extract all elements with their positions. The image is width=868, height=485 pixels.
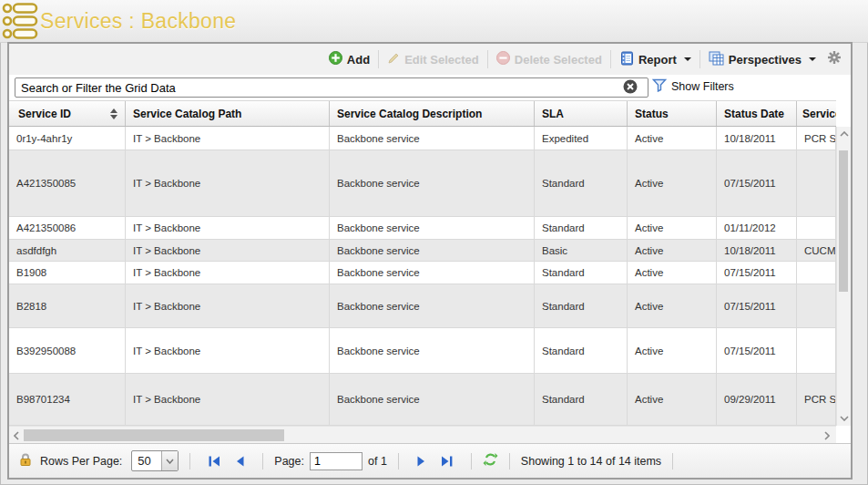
table-cell [797,262,836,284]
table-row[interactable]: 0r1y-4ahr1yIT > BackboneBackbone service… [9,127,836,150]
table-cell: PCR Sw [797,374,836,425]
table-cell: 10/18/2011 [717,240,797,261]
table-row[interactable]: A421350086IT > BackboneBackbone serviceS… [9,217,836,240]
rows-per-page-select[interactable]: 50 [131,450,179,471]
table-cell: Backbone service [330,328,535,373]
horizontal-scroll-thumb[interactable] [24,429,284,441]
column-header-status-date[interactable]: Status Date [717,101,797,126]
table-row[interactable]: B98701234IT > BackboneBackbone serviceSt… [9,374,836,426]
table-cell: IT > Backbone [126,328,330,373]
table-cell: B392950088 [9,328,126,373]
table-cell: Backbone service [330,284,535,327]
scroll-left-icon[interactable] [9,427,24,444]
report-notebook-icon [619,51,634,68]
search-row: Show Filters [9,75,851,100]
table-cell [797,217,836,239]
column-header-catalog-description[interactable]: Service Catalog Description [330,101,535,126]
table-row[interactable]: B1908IT > BackboneBackbone serviceStanda… [9,262,836,284]
toolbar-separator [700,50,700,68]
search-input[interactable] [15,77,648,98]
app-window: Services : Backbone Add [0,0,868,485]
vertical-scrollbar[interactable] [836,127,851,426]
table-cell: Backbone service [330,127,535,150]
perspectives-button[interactable]: Perspectives [703,51,822,68]
add-icon [329,51,342,67]
column-header-catalog-path[interactable]: Service Catalog Path [126,101,330,126]
show-filters-button[interactable]: Show Filters [652,78,734,95]
refresh-icon[interactable] [483,452,498,470]
table-cell: A421350086 [9,217,126,239]
settings-gear-icon[interactable] [827,50,842,68]
table-body: 0r1y-4ahr1yIT > BackboneBackbone service… [9,127,836,426]
table-row[interactable]: A421350085IT > BackboneBackbone serviceS… [9,150,836,217]
minus-circle-icon [496,51,510,67]
next-page-button[interactable] [416,455,427,468]
table-cell: Backbone service [330,374,535,425]
column-header-status[interactable]: Status [628,101,717,126]
page-label: Page: [274,455,304,468]
sort-icon[interactable] [110,105,117,123]
pagination-bar: Rows Per Page: 50 Page: [9,443,851,478]
table-cell: 10/18/2011 [717,127,797,150]
table-cell [797,284,836,327]
table-cell: 07/15/2011 [717,150,797,216]
edit-selected-button[interactable]: Edit Selected [382,52,485,67]
vertical-scroll-thumb[interactable] [839,150,848,292]
first-page-button[interactable] [208,455,221,468]
toolbar-separator [610,50,611,68]
pagination-separator [398,453,399,470]
column-header-sla[interactable]: SLA [535,101,628,126]
grid-toolbar: Add Edit Selected Delet [9,44,851,75]
perspectives-icon [709,51,724,68]
page-of-label: of 1 [368,455,387,468]
table-cell: 0r1y-4ahr1y [9,127,126,150]
table-cell: Backbone service [330,217,535,239]
table-cell: Backbone service [330,150,535,216]
table-row[interactable]: asdfdfghIT > BackboneBackbone serviceBas… [9,240,836,262]
delete-selected-button[interactable]: Delete Selected [491,51,608,67]
chevron-down-icon [684,57,691,65]
table-cell: Active [628,217,717,239]
pagination-separator [672,453,673,470]
pagination-separator [189,453,190,470]
pencil-icon [387,52,400,67]
column-header-service-h[interactable]: Service H [797,101,836,126]
table-cell: B2818 [9,284,126,327]
pagination-separator [262,453,263,470]
clear-search-icon[interactable] [623,79,638,98]
page-number-input[interactable] [310,452,363,470]
report-button[interactable]: Report [614,51,697,68]
table-cell: CUCM S [797,240,836,261]
table-cell: IT > Backbone [126,262,330,284]
table-cell: Active [628,150,717,216]
table-cell: Standard [535,374,628,425]
toolbar-separator [487,50,488,68]
scroll-up-icon[interactable] [837,127,852,141]
table-cell [797,328,836,373]
services-list-icon [2,2,38,44]
scroll-down-icon[interactable] [837,411,852,426]
table-cell: Active [628,262,717,284]
table-cell: B98701234 [9,374,126,425]
filter-funnel-icon [652,78,667,95]
rows-lock-icon[interactable] [18,452,33,470]
column-header-service-id[interactable]: Service ID [9,101,126,126]
add-button[interactable]: Add [323,51,375,67]
last-page-button[interactable] [440,455,454,468]
chevron-down-icon [161,451,178,470]
table-cell: 09/29/2011 [717,374,797,425]
table-cell: Standard [535,217,628,239]
horizontal-scrollbar[interactable] [9,426,836,444]
pagination-separator [509,453,510,470]
table-cell: Standard [535,328,628,373]
chevron-down-icon [809,57,816,65]
table-cell: 07/15/2011 [717,284,797,327]
scroll-right-icon[interactable] [820,427,834,444]
table-cell: Active [628,328,717,373]
table-row[interactable]: B392950088IT > BackboneBackbone serviceS… [9,328,836,374]
toolbar-separator [378,50,379,68]
previous-page-button[interactable] [234,455,245,468]
table-cell: Standard [535,262,628,284]
table-row[interactable]: B2818IT > BackboneBackbone serviceStanda… [9,284,836,328]
table-cell: IT > Backbone [126,284,330,327]
